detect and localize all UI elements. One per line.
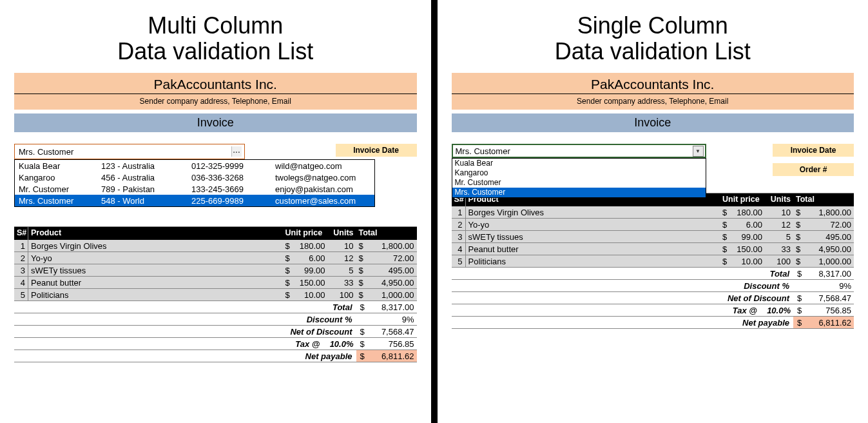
cell-cur: $: [356, 240, 369, 251]
hdr-sn: S#: [14, 227, 28, 240]
multi-combo-input[interactable]: Mrs. Customer ...: [14, 144, 245, 159]
table-row[interactable]: 4Peanut butter$150.0033$4,950.00: [452, 243, 854, 255]
dd-addr: 789 - Pakistan: [101, 184, 191, 194]
single-combo[interactable]: Mrs. Customer ▼ Kuala BearKangarooMr. Cu…: [452, 144, 706, 158]
hdr-total: Total: [356, 227, 417, 240]
dropdown-row[interactable]: Mr. Customer: [452, 178, 706, 188]
left-panel: Multi Column Data validation List PakAcc…: [0, 0, 431, 423]
chevron-down-icon[interactable]: ▼: [693, 146, 704, 157]
hdr-units: Units: [765, 193, 793, 206]
table-row[interactable]: 5Politicians$10.00100$1,000.00: [14, 289, 417, 301]
cell-cur: $: [793, 206, 806, 218]
dd-name: Mr. Customer: [19, 184, 101, 194]
cell-units: 12: [328, 252, 356, 264]
summary-val: 8,317.00: [806, 268, 854, 279]
cell-unit-price: 99.00: [292, 264, 328, 276]
cell-sn: 3: [452, 231, 466, 242]
single-dropdown[interactable]: Kuala BearKangarooMr. CustomerMrs. Custo…: [452, 158, 706, 198]
cell-product: Yo-yo: [28, 252, 283, 264]
cell-product: Politicians: [466, 255, 720, 267]
cell-product: Politicians: [28, 289, 283, 300]
table-row[interactable]: 5Politicians$10.00100$1,000.00: [452, 255, 854, 268]
company-band: PakAccountants Inc.: [452, 73, 854, 94]
company-name: PakAccountants Inc.: [452, 77, 854, 92]
summary-val: 7,568.47: [369, 326, 417, 337]
summary-row: Net payable$6,811.62: [14, 350, 417, 362]
hdr-units: Units: [328, 227, 356, 240]
multi-dropdown[interactable]: Kuala Bear123 - Australia012-325-9999wil…: [14, 159, 375, 207]
cell-cur: $: [720, 219, 729, 230]
summary-left: Total$8,317.00Discount %9%Net of Discoun…: [14, 301, 417, 362]
summary-label: Total: [452, 268, 794, 279]
dropdown-row[interactable]: Kuala Bear: [452, 159, 706, 168]
left-title: Multi Column Data validation List: [14, 13, 417, 64]
ellipsis-button-icon[interactable]: ...: [231, 146, 242, 157]
hdr-total: Total: [793, 193, 854, 206]
dd-email: customer@sales.com: [275, 196, 371, 206]
summary-val: 756.85: [369, 338, 417, 349]
table-row[interactable]: 3sWETy tissues$99.005$495.00: [14, 264, 417, 277]
table-row[interactable]: 3sWETy tissues$99.005$495.00: [452, 231, 854, 243]
cell-unit-price: 10.00: [292, 289, 328, 300]
cell-sn: 5: [14, 289, 28, 300]
dd-name: Mrs. Customer: [19, 196, 101, 206]
table-row[interactable]: 1Borges Virgin Olives$180.0010$1,800.00: [14, 240, 417, 252]
cell-sn: 2: [14, 252, 28, 264]
summary-label: Net of Discount: [452, 292, 794, 304]
dropdown-row[interactable]: Mrs. Customer548 - World225-669-9989cust…: [15, 195, 374, 206]
cell-sn: 5: [452, 255, 466, 267]
cell-cur: $: [283, 240, 292, 251]
summary-val: 8,317.00: [369, 301, 417, 313]
invoice-grid-left: S# Product Unit price Units Total 1Borge…: [14, 226, 417, 301]
table-row[interactable]: 1Borges Virgin Olives$180.0010$1,800.00: [452, 206, 854, 219]
cell-cur: $: [793, 219, 806, 230]
invoice-grid-right: S# Product Unit price Units Total 1Borge…: [452, 193, 854, 268]
summary-cur: $: [356, 326, 369, 337]
summary-val: 6,811.62: [806, 317, 854, 328]
cell-product: Peanut butter: [466, 243, 720, 255]
cell-units: 33: [328, 277, 356, 288]
side-label: Invoice Date: [773, 144, 854, 157]
cell-unit-price: 150.00: [729, 243, 765, 255]
hdr-unit-price: Unit price: [720, 193, 765, 206]
cell-unit-price: 180.00: [292, 240, 328, 251]
grid-header: S# Product Unit price Units Total: [14, 227, 417, 240]
summary-val: 9%: [369, 313, 417, 325]
summary-label: Net payable: [452, 317, 794, 328]
hdr-product: Product: [28, 227, 283, 240]
cell-units: 33: [765, 243, 793, 255]
multi-combo[interactable]: Mrs. Customer ... Kuala Bear123 - Austra…: [14, 144, 245, 159]
summary-extra: 10.0%: [324, 338, 356, 349]
cell-unit-price: 10.00: [729, 255, 765, 267]
right-panel: Single Column Data validation List PakAc…: [438, 0, 869, 423]
summary-cur: $: [356, 301, 369, 313]
cell-total: 4,950.00: [369, 277, 417, 288]
summary-cur: $: [793, 268, 806, 279]
cell-cur: $: [356, 277, 369, 288]
dropdown-row[interactable]: Kuala Bear123 - Australia012-325-9999wil…: [15, 160, 374, 172]
cell-cur: $: [793, 255, 806, 267]
dd-phone: 225-669-9989: [191, 196, 275, 206]
table-row[interactable]: 4Peanut butter$150.0033$4,950.00: [14, 277, 417, 289]
summary-label: Discount %: [452, 280, 794, 291]
cell-sn: 1: [14, 240, 28, 251]
cell-sn: 4: [452, 243, 466, 255]
table-row[interactable]: 2Yo-yo$6.0012$72.00: [14, 252, 417, 264]
cell-total: 72.00: [369, 252, 417, 264]
invoice-band: Invoice: [452, 113, 854, 132]
cell-units: 5: [765, 231, 793, 242]
dropdown-row[interactable]: Mr. Customer789 - Pakistan133-245-3669en…: [15, 183, 374, 195]
cell-total: 1,800.00: [369, 240, 417, 251]
cell-cur: $: [283, 252, 292, 264]
cell-cur: $: [793, 243, 806, 255]
summary-row: Total$8,317.00: [452, 268, 854, 280]
dropdown-row[interactable]: Kangaroo: [452, 168, 706, 178]
cell-total: 1,800.00: [806, 206, 854, 218]
summary-cur: [356, 313, 369, 325]
dropdown-row[interactable]: Kangaroo456 - Australia036-336-3268twole…: [15, 172, 374, 183]
table-row[interactable]: 2Yo-yo$6.0012$72.00: [452, 219, 854, 231]
summary-cur: $: [356, 350, 369, 362]
dropdown-row[interactable]: Mrs. Customer: [452, 188, 706, 197]
summary-row: Net of Discount$7,568.47: [452, 292, 854, 304]
single-combo-input[interactable]: Mrs. Customer ▼: [452, 144, 706, 158]
